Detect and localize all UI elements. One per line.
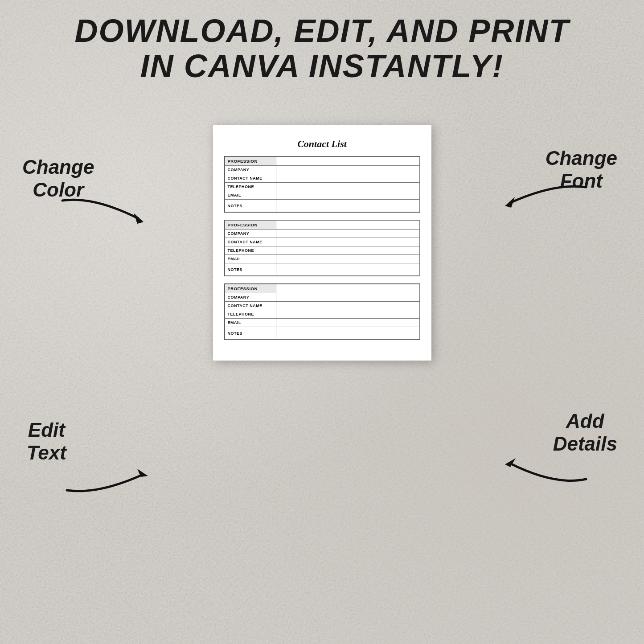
table-row: COMPANY: [225, 166, 419, 174]
contact-block-2: PROFESSION COMPANY CONTACT NAME TELEPHON…: [224, 220, 420, 276]
add-details-label: AddDetails: [553, 410, 617, 455]
contact-block-3: PROFESSION COMPANY CONTACT NAME TELEPHON…: [224, 283, 420, 340]
edit-text-arrow: [62, 464, 160, 499]
add-details-arrow: [492, 455, 591, 490]
table-row: COMPANY: [225, 230, 419, 238]
contact-list-document: Contact List PROFESSION COMPANY CONTACT …: [213, 125, 431, 361]
svg-marker-0: [134, 213, 144, 224]
table-row: EMAIL: [225, 255, 419, 263]
table-row: CONTACT NAME: [225, 174, 419, 183]
table-row: PROFESSION: [225, 284, 419, 293]
table-row: TELEPHONE: [225, 246, 419, 255]
table-row: NOTES: [225, 327, 419, 340]
table-row: CONTACT NAME: [225, 302, 419, 310]
table-row: COMPANY: [225, 293, 419, 302]
table-row: NOTES: [225, 200, 419, 212]
table-row: EMAIL: [225, 191, 419, 200]
table-row: EMAIL: [225, 319, 419, 327]
table-row: CONTACT NAME: [225, 238, 419, 246]
change-font-arrow: [492, 178, 591, 214]
main-title: DOWNLOAD, EDIT, AND PRINT IN CANVA INSTA…: [0, 13, 644, 84]
contact-block-1: PROFESSION COMPANY CONTACT NAME TELEPHON…: [224, 156, 420, 213]
table-row: NOTES: [225, 263, 419, 276]
table-row: TELEPHONE: [225, 310, 419, 319]
table-row: PROFESSION: [225, 221, 419, 230]
document-title: Contact List: [224, 138, 420, 150]
table-row: TELEPHONE: [225, 183, 419, 191]
change-color-arrow: [58, 192, 156, 227]
table-row: PROFESSION: [225, 157, 419, 166]
edit-text-label: EditText: [27, 419, 66, 464]
